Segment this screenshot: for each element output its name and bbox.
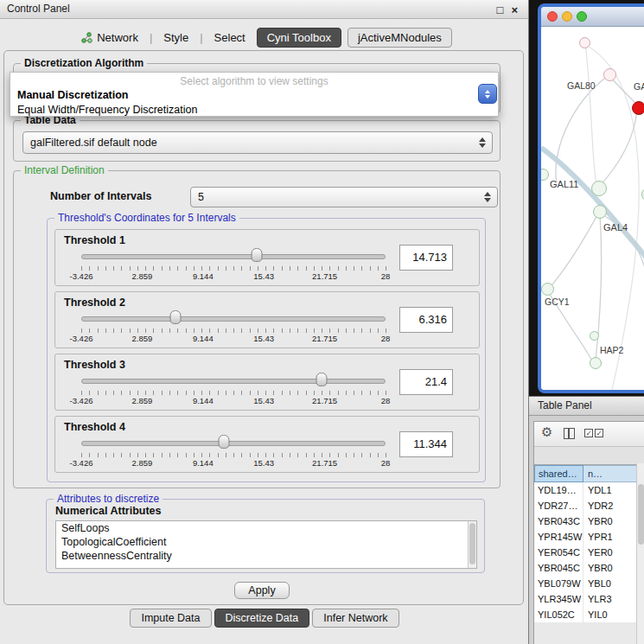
apply-button[interactable]: Apply (234, 582, 290, 599)
gear-icon[interactable]: ⚙ (541, 424, 552, 440)
threshold-4-value-field[interactable]: 11.344 (399, 431, 453, 457)
scale-label: 9.144 (193, 271, 214, 281)
slider-handle[interactable] (316, 373, 328, 386)
network-node[interactable] (603, 68, 616, 81)
column-header-name[interactable]: n… (583, 465, 644, 482)
threshold-2-row: Threshold 2 -3.426 2.859 9.144 15.43 21.… (54, 291, 480, 348)
algorithm-combo-stepper[interactable] (478, 84, 497, 104)
node-label: HAP2 (600, 345, 623, 355)
list-item[interactable]: SelfLoops (56, 521, 476, 535)
threshold-3-slider[interactable] (81, 372, 386, 387)
stepper-down-icon (485, 95, 490, 99)
selected-network-node[interactable] (632, 101, 644, 115)
threshold-2-slider[interactable] (81, 309, 386, 325)
slider-handle[interactable] (219, 435, 230, 449)
combo-stepper-icon[interactable] (479, 137, 486, 148)
network-canvas[interactable]: GAL80 GA GAL11 GAL4 GCY1 HAP2 (541, 27, 644, 391)
slider-handle[interactable] (252, 248, 263, 262)
select-check-icon[interactable]: ✓ (584, 429, 593, 437)
table-row[interactable]: YDR27…YDR2 (534, 498, 644, 513)
slider-track[interactable] (81, 441, 386, 446)
table-row[interactable]: YBL079WYBL0 (534, 576, 644, 591)
network-node[interactable] (590, 331, 599, 341)
table-row[interactable]: YBR043CYBR0 (534, 513, 644, 529)
scale-label: -3.426 (70, 396, 93, 405)
list-item[interactable]: TopologicalCoefficient (56, 535, 476, 549)
tab-infer-network[interactable]: Infer Network (312, 609, 399, 628)
table-row[interactable]: YDL19…YDL1 (534, 482, 644, 498)
number-of-intervals-value: 5 (198, 191, 204, 203)
table-toolbar: ⚙ ✓ ✓ (534, 422, 644, 447)
cell-name: YDR2 (583, 498, 644, 513)
slider-scale-labels: -3.426 2.859 9.144 15.43 21.715 28 (81, 396, 386, 406)
table-scrollbar[interactable] (636, 463, 644, 644)
threshold-2-label: Threshold 2 (64, 296, 125, 309)
scale-label: 9.144 (193, 458, 214, 468)
tab-jactivemnodules[interactable]: jActiveMNodules (348, 28, 452, 48)
control-panel: Control Panel □ × Network | Style | Sele… (0, 0, 529, 644)
table-row[interactable]: YIL052CYIL0 (534, 607, 644, 622)
float-window-icon[interactable]: □ (497, 3, 504, 16)
dropdown-option-equal-width[interactable]: Equal Width/Frequency Discretization (10, 103, 498, 118)
list-item[interactable]: BetweennessCentrality (56, 549, 476, 563)
minimize-traffic-light[interactable] (562, 11, 572, 22)
bottom-tab-bar: Impute Data Discretize Data Infer Networ… (0, 609, 529, 628)
tab-cyni-toolbox[interactable]: Cyni Toolbox (257, 28, 341, 48)
network-node[interactable] (590, 357, 602, 369)
scale-label: 21.715 (312, 271, 337, 281)
threshold-4-slider[interactable] (81, 434, 386, 450)
panel-title: Control Panel (7, 0, 70, 18)
select-all-check-icon[interactable]: ✓ (595, 429, 603, 437)
scale-label: 28 (381, 334, 391, 343)
tab-style[interactable]: Style (158, 29, 194, 47)
tab-select-label: Select (214, 31, 245, 44)
table-data-combo[interactable]: galFiltered.sif default node (22, 131, 493, 154)
network-node[interactable] (591, 181, 607, 196)
network-node[interactable] (541, 283, 554, 296)
close-icon[interactable]: × (511, 3, 518, 16)
dropdown-option-manual-discretization[interactable]: Manual Discretization (10, 88, 498, 103)
close-traffic-light[interactable] (547, 11, 558, 22)
tab-select[interactable]: Select (209, 29, 251, 47)
slider-scale-labels: -3.426 2.859 9.144 15.43 21.715 28 (81, 334, 386, 344)
number-of-intervals-combo[interactable]: 5 (190, 187, 498, 207)
column-header-shared-name[interactable]: shared… (534, 465, 583, 482)
threshold-1-slider[interactable] (81, 247, 386, 263)
tab-network-label: Network (97, 31, 138, 44)
network-window-titlebar[interactable] (541, 7, 644, 27)
network-node[interactable] (579, 37, 590, 48)
table-row[interactable]: YBR045CYBR0 (534, 560, 644, 576)
combo-stepper-icon[interactable] (484, 192, 491, 202)
network-icon (81, 32, 92, 43)
table-row[interactable]: YLR345WYLR3 (534, 591, 644, 607)
table-row[interactable]: YPR145WYPR1 (534, 529, 644, 545)
slider-ticks (81, 266, 386, 271)
slider-track[interactable] (81, 316, 386, 322)
tab-impute-data[interactable]: Impute Data (130, 609, 211, 628)
cell-shared-name: YPR145W (534, 529, 583, 545)
threshold-4-row: Threshold 4 -3.426 2.859 9.144 15.43 21.… (54, 416, 480, 473)
slider-track[interactable] (81, 379, 386, 384)
table-row[interactable]: YER054CYER0 (534, 545, 644, 560)
table-header-row: shared… n… (534, 464, 644, 482)
network-node[interactable] (593, 205, 607, 219)
scrollbar-thumb[interactable] (638, 484, 644, 545)
numerical-attributes-label: Numerical Attributes (55, 505, 161, 517)
tab-discretize-data[interactable]: Discretize Data (214, 609, 310, 628)
threshold-3-value-field[interactable]: 21.4 (399, 369, 453, 395)
columns-icon[interactable] (564, 428, 575, 439)
slider-handle[interactable] (170, 310, 182, 324)
zoom-traffic-light[interactable] (577, 11, 587, 22)
table-data-combo-value: galFiltered.sif default node (30, 137, 157, 149)
scrollbar-thumb[interactable] (469, 523, 475, 564)
threshold-2-value-field[interactable]: 6.316 (399, 307, 453, 333)
slider-track[interactable] (81, 254, 386, 259)
interval-definition-title: Interval Definition (21, 164, 108, 176)
tab-network[interactable]: Network (76, 29, 143, 47)
numerical-attributes-list[interactable]: SelfLoops TopologicalCoefficient Between… (55, 520, 477, 569)
threshold-1-value-field[interactable]: 14.713 (399, 245, 453, 271)
scale-label: 15.43 (253, 458, 274, 468)
scale-label: -3.426 (70, 458, 93, 468)
scale-label: 9.144 (193, 334, 214, 343)
list-scrollbar[interactable] (468, 521, 476, 568)
